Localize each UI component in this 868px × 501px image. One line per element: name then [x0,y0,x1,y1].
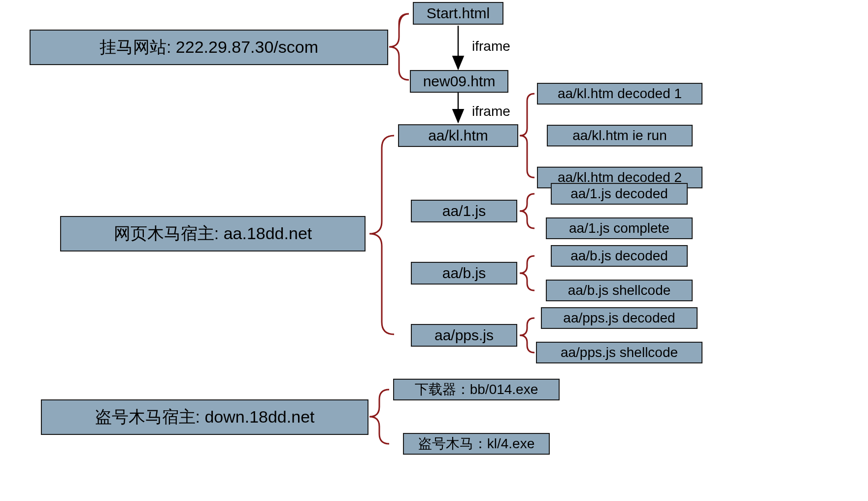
label-iframe-2: iframe [472,104,510,119]
node-trojan-exe-label: 盗号木马：kl/4.exe [418,434,535,453]
node-kl-htm: aa/kl.htm [398,124,518,147]
node-ppsjs-decoded-label: aa/pps.js decoded [563,310,675,326]
root-site-1-label: 挂马网站: 222.29.87.30/scom [100,36,318,59]
node-new09-htm-label: new09.htm [423,73,496,90]
node-bjs-decoded-label: aa/b.js decoded [570,248,668,264]
root-site-3: 盗号木马宿主: down.18dd.net [41,399,368,435]
node-1js-complete: aa/1.js complete [546,217,693,239]
node-downloader-exe: 下载器：bb/014.exe [393,379,560,400]
node-trojan-exe: 盗号木马：kl/4.exe [403,433,550,455]
root-site-3-label: 盗号木马宿主: down.18dd.net [95,406,315,429]
node-ppsjs-decoded: aa/pps.js decoded [541,307,698,329]
node-1js-decoded-label: aa/1.js decoded [570,186,668,202]
node-b-js-label: aa/b.js [442,265,486,282]
node-1js-decoded: aa/1.js decoded [551,183,688,205]
root-site-1: 挂马网站: 222.29.87.30/scom [30,30,388,65]
node-bjs-decoded: aa/b.js decoded [551,245,688,267]
node-1-js-label: aa/1.js [442,203,486,219]
node-kl-decoded-1-label: aa/kl.htm decoded 1 [558,86,682,102]
node-ppsjs-shellcode-label: aa/pps.js shellcode [561,345,678,360]
node-1-js: aa/1.js [411,200,517,222]
root-site-2: 网页木马宿主: aa.18dd.net [60,216,366,251]
node-kl-htm-label: aa/kl.htm [428,127,488,144]
node-downloader-exe-label: 下载器：bb/014.exe [415,380,538,399]
node-pps-js-label: aa/pps.js [434,327,494,344]
node-1js-complete-label: aa/1.js complete [569,220,669,236]
node-bjs-shellcode-label: aa/b.js shellcode [568,283,671,298]
label-iframe-1: iframe [472,38,510,54]
node-start-html-label: Start.html [427,5,490,22]
node-ppsjs-shellcode: aa/pps.js shellcode [536,342,702,363]
node-new09-htm: new09.htm [410,70,508,93]
root-site-2-label: 网页木马宿主: aa.18dd.net [114,222,312,245]
node-kl-ie-run-label: aa/kl.htm ie run [572,128,667,143]
node-pps-js: aa/pps.js [411,324,517,347]
node-start-html: Start.html [413,2,503,25]
node-b-js: aa/b.js [411,262,517,285]
node-kl-ie-run: aa/kl.htm ie run [547,125,693,146]
node-kl-decoded-1: aa/kl.htm decoded 1 [537,83,702,105]
node-bjs-shellcode: aa/b.js shellcode [546,280,693,301]
